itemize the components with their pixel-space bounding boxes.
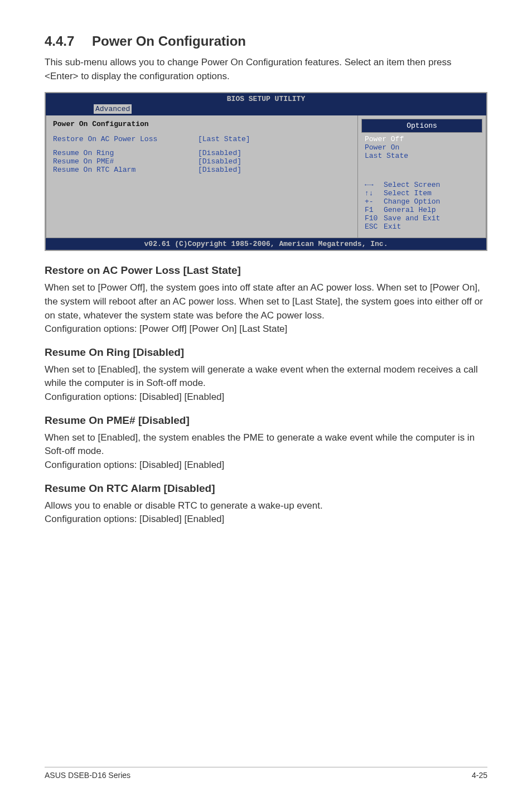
section-body: When set to [Power Off], the system goes…	[45, 281, 487, 336]
page-footer: ASUS DSEB-D16 Series 4-25	[45, 767, 487, 780]
content-section: Resume On RTC Alarm [Disabled] Allows yo…	[45, 482, 487, 526]
footer-right: 4-25	[472, 771, 487, 780]
bios-row-value: [Last State]	[198, 135, 250, 143]
section-body: When set to [Enabled], the system enable…	[45, 431, 487, 472]
bios-row: Resume On PME# [Disabled]	[53, 157, 351, 166]
bios-row-label: Resume On RTC Alarm	[53, 166, 198, 174]
sub-heading: Resume On PME# [Disabled]	[45, 414, 487, 427]
options-header: Options	[361, 119, 482, 133]
content-section: Resume On PME# [Disabled] When set to [E…	[45, 414, 487, 472]
help-key: ESC	[365, 223, 384, 231]
bios-header: BIOS SETUP UTILITY Advanced	[46, 93, 486, 115]
bios-row: Restore On AC Power Loss [Last State]	[53, 135, 351, 143]
bios-row-value: [Disabled]	[198, 149, 241, 157]
bios-row-label: Resume On PME#	[53, 157, 198, 166]
help-key: F1	[365, 206, 384, 214]
help-row: ↑↓Select Item	[365, 189, 479, 197]
help-row: F10Save and Exit	[365, 214, 479, 223]
help-desc: Save and Exit	[384, 214, 440, 223]
heading-number: 4.4.7	[45, 33, 92, 49]
bios-footer: v02.61 (C)Copyright 1985-2006, American …	[46, 238, 486, 250]
help-row: ESCExit	[365, 223, 479, 231]
help-desc: Change Option	[384, 197, 440, 206]
help-desc: General Help	[384, 206, 436, 214]
bios-tab-advanced: Advanced	[94, 104, 132, 114]
content-section: Restore on AC Power Loss [Last State] Wh…	[45, 264, 487, 336]
section-heading: 4.4.7Power On Configuration	[45, 33, 487, 49]
bios-left-panel: Power On Configuration Restore On AC Pow…	[46, 115, 358, 238]
help-key: +-	[365, 197, 384, 206]
bios-screenshot: BIOS SETUP UTILITY Advanced Power On Con…	[45, 92, 487, 251]
options-list: Power Off Power On Last State	[358, 135, 486, 160]
bios-right-panel: Options Power Off Power On Last State ←→…	[358, 115, 486, 238]
help-row: +-Change Option	[365, 197, 479, 206]
bios-row: Resume On RTC Alarm [Disabled]	[53, 166, 351, 174]
help-key: ↑↓	[365, 189, 384, 197]
help-desc: Select Item	[384, 189, 432, 197]
section-body: Allows you to enable or disable RTC to g…	[45, 499, 487, 526]
help-key: F10	[365, 214, 384, 223]
help-keys: ←→Select Screen ↑↓Select Item +-Change O…	[358, 177, 486, 238]
help-key: ←→	[365, 181, 384, 189]
bios-row-label: Resume On Ring	[53, 149, 198, 157]
content-section: Resume On Ring [Disabled] When set to [E…	[45, 346, 487, 404]
sub-heading: Resume On RTC Alarm [Disabled]	[45, 482, 487, 495]
bios-body: Power On Configuration Restore On AC Pow…	[46, 115, 486, 238]
bios-row-value: [Disabled]	[198, 166, 241, 174]
bios-row-label: Restore On AC Power Loss	[53, 135, 198, 143]
help-row: ←→Select Screen	[365, 181, 479, 189]
option-item: Last State	[365, 152, 479, 160]
bios-panel-title: Power On Configuration	[53, 120, 351, 128]
footer-left: ASUS DSEB-D16 Series	[45, 771, 130, 780]
help-desc: Select Screen	[384, 181, 440, 189]
option-selected: Power Off	[365, 135, 479, 143]
heading-title: Power On Configuration	[92, 33, 246, 49]
help-row: F1General Help	[365, 206, 479, 214]
bios-row: Resume On Ring [Disabled]	[53, 149, 351, 157]
sub-heading: Resume On Ring [Disabled]	[45, 346, 487, 359]
sub-heading: Restore on AC Power Loss [Last State]	[45, 264, 487, 277]
option-item: Power On	[365, 143, 479, 152]
section-body: When set to [Enabled], the system will g…	[45, 363, 487, 404]
bios-title: BIOS SETUP UTILITY	[50, 95, 482, 103]
bios-row-value: [Disabled]	[198, 157, 241, 166]
intro-paragraph: This sub-menu allows you to change Power…	[45, 56, 487, 83]
help-desc: Exit	[384, 223, 401, 231]
